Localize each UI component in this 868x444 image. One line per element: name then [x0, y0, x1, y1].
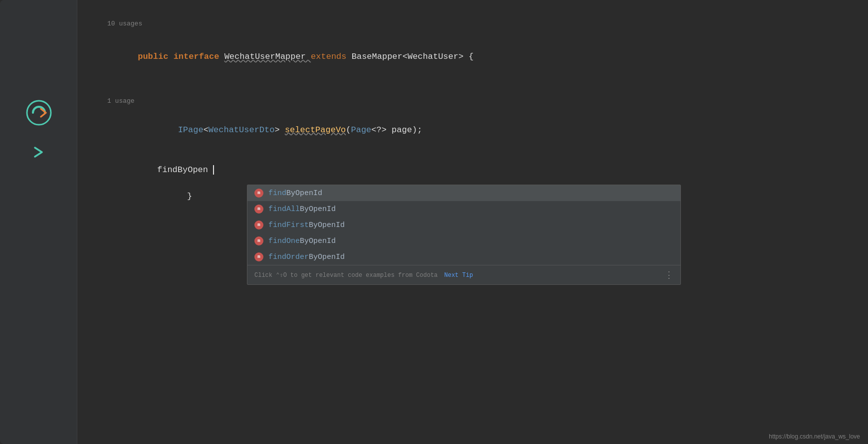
params: ( [346, 125, 351, 135]
footer-static-text: Click ⌃⇧O to get relevant code examples … [254, 272, 437, 279]
autocomplete-item-3[interactable]: m findFirstByOpenId [247, 217, 680, 233]
item-suffix-1: ByOpenId [286, 189, 322, 198]
method-icon-2: m [254, 205, 263, 214]
method-icon-3: m [254, 221, 263, 229]
autocomplete-footer: Click ⌃⇧O to get relevant code examples … [247, 265, 680, 284]
bottom-url: https://blog.csdn.net/java_ws_love [769, 433, 860, 440]
method-icon-5: m [254, 252, 263, 261]
item-suffix-4: ByOpenId [300, 237, 336, 245]
type-ipage: IPage [178, 125, 204, 135]
keyword-interface: interface [174, 52, 224, 61]
next-tip-button[interactable]: Next Tip [444, 272, 473, 279]
item-prefix-1: find [268, 189, 286, 198]
codota-logo-icon [26, 100, 51, 125]
method-icon-4: m [254, 236, 263, 245]
item-suffix-5: ByOpenId [309, 253, 345, 261]
item-prefix-5: findOrder [268, 253, 309, 261]
interface-name: WechatUserMapper [224, 52, 311, 61]
method-icon-1: m [254, 189, 263, 198]
code-line-interface: public interface WechatUserMapper extend… [107, 36, 838, 77]
generic-wild: <?> page); [371, 125, 422, 135]
item-text-4: findOneByOpenId [268, 237, 336, 245]
code-editor: 10 usages public interface WechatUserMap… [77, 0, 868, 444]
item-prefix-3: findFirst [268, 221, 309, 229]
type-page: Page [351, 125, 372, 135]
autocomplete-item-5[interactable]: m findOrderByOpenId [247, 249, 680, 265]
usages-10-label: 10 usages [107, 20, 838, 27]
item-prefix-2: findAll [268, 205, 300, 214]
item-prefix-4: findOne [268, 237, 300, 245]
autocomplete-item-2[interactable]: m findAllByOpenId [247, 201, 680, 217]
base-mapper: BaseMapper<WechatUser> { [352, 52, 474, 61]
item-text-2: findAllByOpenId [268, 205, 336, 214]
findbyopen-typed: findByOpen [157, 165, 214, 175]
item-text-3: findFirstByOpenId [268, 221, 345, 229]
keyword-public: public [138, 52, 173, 61]
item-text-5: findOrderByOpenId [268, 253, 345, 261]
item-suffix-2: ByOpenId [300, 205, 336, 214]
autocomplete-item-4[interactable]: m findOneByOpenId [247, 233, 680, 249]
type-dto: WechatUserDto [209, 125, 275, 135]
item-suffix-3: ByOpenId [309, 221, 345, 229]
run-icon[interactable] [31, 145, 46, 160]
method-selectpagevo: selectPageVo [285, 125, 346, 135]
more-options-icon[interactable]: ⋮ [664, 269, 673, 280]
keyword-extends: extends [311, 52, 352, 61]
main-window: 10 usages public interface WechatUserMap… [0, 0, 868, 444]
generic-close: > [274, 125, 284, 135]
closing-brace-line: } [187, 190, 192, 203]
footer-hint-text: Click ⌃⇧O to get relevant code examples … [254, 271, 473, 279]
usages-1-label: 1 usage [107, 97, 838, 105]
autocomplete-item-1[interactable]: m findByOpenId [247, 185, 680, 201]
code-line-ipage: IPage<WechatUserDto> selectPageVo(Page<?… [107, 110, 838, 151]
sidebar [0, 0, 77, 444]
svg-point-0 [27, 101, 51, 125]
item-text-1: findByOpenId [268, 189, 322, 198]
autocomplete-dropdown: m findByOpenId m findAllByOpenId m findF… [247, 185, 681, 285]
cursor-line: findByOpen [107, 165, 838, 175]
generic-open: < [204, 125, 209, 135]
